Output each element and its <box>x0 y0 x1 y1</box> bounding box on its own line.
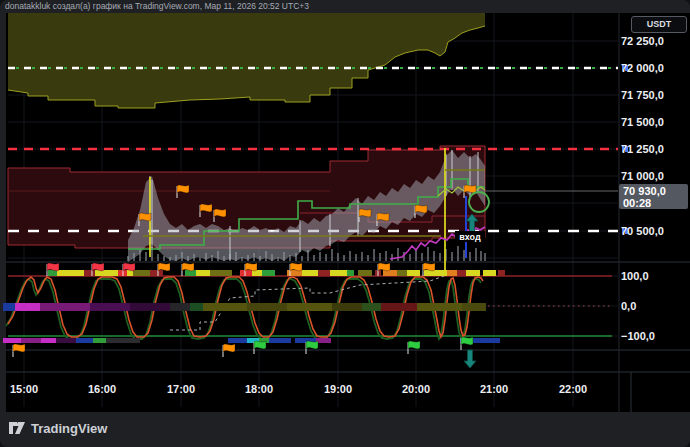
time-axis-label: 16:00 <box>88 383 116 395</box>
bar-countdown: 00:28 <box>623 197 688 209</box>
snapshot-header-bar: donatakkluk создал(а) график на TradingV… <box>0 0 690 13</box>
price-axis-label: 71 750,0 <box>621 89 664 101</box>
price-axis-label: 71 000,0 <box>621 170 664 182</box>
currency-toggle-button[interactable]: USDT <box>631 16 687 33</box>
time-axis-label: 17:00 <box>167 383 195 395</box>
tradingview-snapshot-card: donatakkluk создал(а) график на TradingV… <box>0 0 690 447</box>
tradingview-logo-icon <box>8 420 26 436</box>
time-axis-label: 20:00 <box>402 383 430 395</box>
price-axis-label: 71 500,0 <box>621 116 664 128</box>
oscillator-axis-label: 0,0 <box>621 300 636 312</box>
time-axis-label: 19:00 <box>324 383 352 395</box>
time-axis-label: 18:00 <box>245 383 273 395</box>
tradingview-brand-text: TradingView <box>31 421 107 436</box>
price-axis-label: 70 500,0 <box>621 225 664 237</box>
attribution-text: donatakkluk создал(а) график на TradingV… <box>5 1 309 11</box>
tradingview-logo[interactable]: TradingView <box>8 420 107 436</box>
price-axis-label: 72 250,0 <box>621 35 664 47</box>
oscillator-axis-label: 100,0 <box>621 270 649 282</box>
time-axis-label: 22:00 <box>559 383 587 395</box>
price-axis-label: 71 250,0 <box>621 143 664 155</box>
oscillator-axis-label: −100,0 <box>621 330 655 342</box>
time-axis-label: 15:00 <box>10 383 38 395</box>
time-axis-label: 21:00 <box>480 383 508 395</box>
snapshot-footer-bar: TradingView <box>0 412 690 447</box>
current-price-value: 70 930,0 <box>623 185 688 197</box>
current-price-tag: 70 930,0 00:28 <box>619 184 688 209</box>
chart-plot-area[interactable] <box>6 13 690 412</box>
price-axis-label: 72 000,0 <box>621 62 664 74</box>
